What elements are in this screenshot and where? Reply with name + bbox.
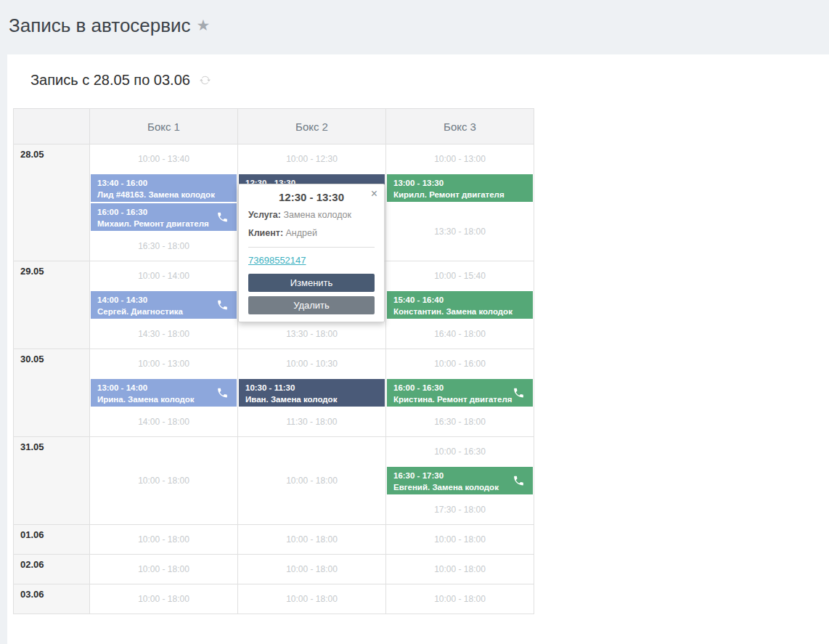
phone-link[interactable]: 73698552147: [248, 255, 306, 266]
free-slot[interactable]: 10:00 - 12:30: [239, 145, 385, 173]
box-cell: 10:00 - 13:4013:40 - 16:00Лид #48163. За…: [90, 144, 238, 261]
phone-icon: [512, 475, 525, 487]
page: Запись в автосервис★ Запись с 28.05 по 0…: [0, 0, 829, 644]
day-row: 02.0610:00 - 18:0010:00 - 18:0010:00 - 1…: [14, 555, 534, 584]
box-column-header: Бокс 2: [238, 109, 386, 144]
content-panel: Запись с 28.05 по 03.06 Бокс 1Бокс 2Бокс…: [7, 54, 829, 644]
free-slot[interactable]: 14:00 - 18:00: [91, 408, 237, 436]
subtitle-row: Запись с 28.05 по 03.06: [7, 54, 829, 89]
appointment[interactable]: 16:00 - 16:30Кристина. Ремонт двигателя: [387, 379, 533, 407]
box-cell: 10:00 - 15:4015:40 - 16:40Константин. За…: [386, 261, 534, 349]
client-value: Андрей: [286, 228, 317, 238]
day-row: 30.0510:00 - 13:0013:00 - 14:00Ирина. За…: [14, 349, 534, 437]
date-label: 03.06: [14, 584, 90, 614]
appointment[interactable]: 16:30 - 17:30Евгений. Замена колодок: [387, 467, 533, 494]
free-slot[interactable]: 10:00 - 18:00: [91, 585, 237, 613]
appointment[interactable]: 10:30 - 11:30Иван. Замена колодок: [239, 379, 385, 407]
day-row: 01.0610:00 - 18:0010:00 - 18:0010:00 - 1…: [14, 525, 534, 555]
appointment[interactable]: 14:00 - 14:30Сергей. Диагностика: [91, 291, 237, 319]
appointment-label: Сергей. Диагностика: [97, 306, 230, 317]
free-slot[interactable]: 11:30 - 18:00: [239, 408, 385, 436]
appointment-time: 14:00 - 14:30: [97, 295, 230, 306]
service-label: Услуга:: [248, 210, 281, 220]
popup-time-title: 12:30 - 13:30: [239, 191, 384, 203]
page-title: Запись в автосервис: [9, 15, 191, 36]
free-slot[interactable]: 10:00 - 16:00: [387, 350, 533, 378]
free-slot[interactable]: 10:00 - 18:00: [91, 555, 237, 583]
appointment-label: Константин. Замена колодок: [393, 306, 526, 317]
free-slot[interactable]: 10:00 - 13:40: [91, 145, 237, 173]
popup-client-row: Клиент: Андрей: [248, 227, 375, 240]
box-cell: 10:00 - 13:0013:00 - 13:30Кирилл. Ремонт…: [386, 144, 534, 261]
appointment-label: Кристина. Ремонт двигателя: [393, 394, 526, 405]
appointment[interactable]: 16:00 - 16:30Михаил. Ремонт двигателя: [91, 203, 237, 231]
star-icon[interactable]: ★: [197, 17, 211, 33]
appointment-label: Лид #48163. Замена колодок: [97, 189, 230, 200]
free-slot[interactable]: 10:00 - 10:30: [239, 350, 385, 378]
date-label: 28.05: [14, 144, 90, 261]
free-slot[interactable]: 10:00 - 18:00: [387, 585, 533, 613]
appointment[interactable]: 13:40 - 16:00Лид #48163. Замена колодок: [91, 174, 237, 202]
page-header: Запись в автосервис★: [0, 0, 829, 40]
appointment-label: Кирилл. Ремонт двигателя: [393, 189, 526, 200]
appointment-time: 13:40 - 16:00: [97, 178, 230, 189]
box-cell: 10:00 - 13:0013:00 - 14:00Ирина. Замена …: [90, 349, 238, 437]
free-slot[interactable]: 13:30 - 18:00: [239, 320, 385, 348]
day-row: 03.0610:00 - 18:0010:00 - 18:0010:00 - 1…: [14, 584, 534, 614]
box-cell: 10:00 - 16:0016:00 - 16:30Кристина. Ремо…: [386, 349, 534, 437]
date-label: 29.05: [14, 261, 90, 349]
free-slot[interactable]: 10:00 - 13:00: [387, 145, 533, 173]
day-row: 31.0510:00 - 18:0010:00 - 18:0010:00 - 1…: [14, 437, 534, 525]
free-slot[interactable]: 10:00 - 14:00: [91, 262, 237, 290]
box-cell: 10:00 - 18:00: [90, 555, 238, 584]
free-slot[interactable]: 10:00 - 18:00: [387, 526, 533, 553]
appointment-time: 10:30 - 11:30: [245, 383, 378, 394]
refresh-icon[interactable]: [200, 75, 211, 89]
appointment[interactable]: 15:40 - 16:40Константин. Замена колодок: [387, 291, 533, 319]
free-slot[interactable]: 10:00 - 16:30: [387, 438, 533, 465]
appointment[interactable]: 13:00 - 14:00Ирина. Замена колодок: [91, 379, 237, 407]
free-slot[interactable]: 10:00 - 18:00: [239, 526, 385, 553]
box-cell: 10:00 - 18:00: [90, 525, 238, 555]
free-slot[interactable]: 10:00 - 18:00: [239, 555, 385, 583]
free-slot[interactable]: 10:00 - 15:40: [387, 262, 533, 290]
box-cell: 10:00 - 18:00: [386, 525, 534, 555]
free-slot[interactable]: 10:00 - 18:00: [91, 526, 237, 553]
free-slot[interactable]: 14:30 - 18:00: [91, 320, 237, 348]
date-label: 30.05: [14, 349, 90, 437]
popup-divider: [248, 247, 375, 248]
free-slot[interactable]: 16:40 - 18:00: [387, 320, 533, 348]
free-slot[interactable]: 10:00 - 18:00: [91, 438, 237, 523]
date-label: 02.06: [14, 555, 90, 584]
free-slot[interactable]: 10:00 - 18:00: [239, 585, 385, 613]
box-cell: 10:00 - 16:3016:30 - 17:30Евгений. Замен…: [386, 437, 534, 525]
free-slot[interactable]: 17:30 - 18:00: [387, 496, 533, 523]
date-label: 01.06: [14, 525, 90, 555]
box-cell: 10:00 - 10:3010:30 - 11:30Иван. Замена к…: [238, 349, 386, 437]
popup-service-row: Услуга: Замена колодок: [248, 209, 375, 221]
appointment-label: Евгений. Замена колодок: [393, 482, 526, 493]
free-slot[interactable]: 13:30 - 18:00: [387, 203, 533, 260]
appointment-label: Михаил. Ремонт двигателя: [97, 219, 230, 229]
appointment-time: 13:00 - 13:30: [393, 178, 526, 189]
date-column-header: [14, 109, 90, 144]
free-slot[interactable]: 10:00 - 18:00: [387, 555, 533, 583]
box-cell: 10:00 - 14:0014:00 - 14:30Сергей. Диагно…: [90, 261, 238, 349]
box-cell: 10:00 - 18:00: [386, 555, 534, 584]
free-slot[interactable]: 10:00 - 18:00: [239, 438, 385, 523]
free-slot[interactable]: 16:30 - 18:00: [387, 408, 533, 436]
free-slot[interactable]: 10:00 - 13:00: [91, 350, 237, 378]
phone-icon: [216, 387, 229, 399]
box-cell: 10:00 - 18:00: [238, 525, 386, 555]
close-icon[interactable]: ×: [371, 188, 377, 200]
box-cell: 10:00 - 18:00: [238, 584, 386, 614]
appointment[interactable]: 13:00 - 13:30Кирилл. Ремонт двигателя: [387, 174, 533, 202]
phone-icon: [512, 387, 525, 399]
delete-button[interactable]: Удалить: [248, 296, 375, 314]
appointment-time: 16:00 - 16:30: [393, 383, 526, 394]
edit-button[interactable]: Изменить: [248, 274, 375, 292]
calendar-header-row: Бокс 1Бокс 2Бокс 3: [14, 109, 534, 144]
box-cell: 10:00 - 18:00: [238, 555, 386, 584]
free-slot[interactable]: 16:30 - 18:00: [91, 232, 237, 260]
appointment-time: 16:30 - 17:30: [393, 470, 526, 481]
